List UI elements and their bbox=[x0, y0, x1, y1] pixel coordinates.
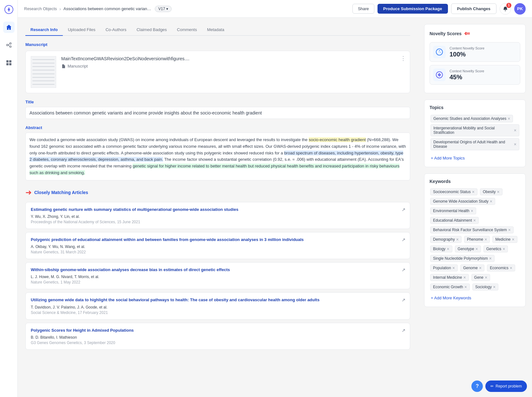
svg-point-4 bbox=[10, 46, 11, 48]
keyword-tag: Demography × bbox=[430, 236, 462, 243]
tab-uploaded-files[interactable]: Uploaded Files bbox=[63, 24, 101, 36]
remove-keyword-button[interactable]: × bbox=[472, 190, 475, 194]
topic-label: Genomic Studies and Association Analyses bbox=[433, 116, 506, 121]
manuscript-section-title: Manuscript bbox=[25, 42, 410, 47]
remove-keyword-button[interactable]: × bbox=[489, 256, 492, 261]
remove-topic-button[interactable]: × bbox=[508, 116, 510, 121]
keyword-tag: Gene × bbox=[471, 274, 490, 281]
remove-keyword-button[interactable]: × bbox=[510, 266, 512, 270]
remove-keyword-button[interactable]: × bbox=[490, 199, 492, 204]
closely-matching-title: Closely Matching Articles bbox=[34, 190, 88, 195]
add-keywords-button[interactable]: + Add More Keywords bbox=[430, 294, 520, 302]
keyword-tag: Economic Growth × bbox=[430, 283, 470, 290]
remove-keyword-button[interactable]: × bbox=[476, 247, 478, 251]
manuscript-info: MainTextIncomeGWASRevision2DeSciNodevers… bbox=[61, 56, 405, 68]
article-authors: T. Davidson, J. V. Palarino, J. A. Goode… bbox=[31, 305, 405, 309]
share-button[interactable]: Share bbox=[352, 4, 374, 14]
external-link-icon[interactable]: ↗ bbox=[402, 267, 405, 273]
svg-rect-10 bbox=[9, 63, 11, 65]
report-problem-button[interactable]: ✏ Report problem bbox=[485, 381, 527, 392]
keyword-label: Educational Attainment bbox=[433, 218, 472, 223]
remove-keyword-button[interactable]: × bbox=[508, 228, 511, 232]
thumb-line bbox=[32, 81, 55, 81]
article-title[interactable]: Polygenic prediction of educational atta… bbox=[31, 237, 405, 243]
manuscript-thumbnail bbox=[31, 56, 56, 88]
remove-keyword-button[interactable]: × bbox=[447, 247, 449, 251]
svg-point-12 bbox=[438, 51, 440, 53]
breadcrumb-root[interactable]: Research Objects bbox=[24, 6, 57, 11]
sidebar-item-home[interactable] bbox=[3, 22, 15, 33]
article-title[interactable]: Within-sibship genome-wide association a… bbox=[31, 267, 405, 273]
context-novelty-score: Context Novelty Score 45% bbox=[430, 65, 520, 85]
article-journal: Nature Genetics, 31 March 2022 bbox=[31, 250, 405, 254]
title-section: Title bbox=[25, 100, 410, 119]
keyword-label: Biology bbox=[433, 247, 445, 251]
remove-keyword-button[interactable]: × bbox=[484, 237, 487, 242]
remove-keyword-button[interactable]: × bbox=[473, 218, 476, 223]
keyword-label: Population bbox=[433, 266, 451, 270]
external-link-icon[interactable]: ↗ bbox=[402, 237, 405, 243]
remove-topic-button[interactable]: × bbox=[514, 128, 516, 133]
external-link-icon[interactable]: ↗ bbox=[402, 207, 405, 213]
avatar[interactable]: PK bbox=[514, 3, 526, 15]
list-item: Polygenic prediction of educational atta… bbox=[25, 232, 410, 259]
svg-line-5 bbox=[8, 44, 10, 45]
keywords-list: Socioeconomic Status ×Obesity ×Genome Wi… bbox=[430, 188, 520, 291]
remove-keyword-button[interactable]: × bbox=[497, 190, 500, 194]
external-link-icon[interactable]: ↗ bbox=[402, 297, 405, 303]
keyword-label: Internal Medicine bbox=[433, 275, 462, 280]
tab-comments[interactable]: Comments bbox=[172, 24, 202, 36]
tab-claimed-badges[interactable]: Claimed Badges bbox=[131, 24, 172, 36]
notification-button[interactable]: 1 bbox=[500, 3, 511, 15]
remove-keyword-button[interactable]: × bbox=[493, 285, 496, 289]
context-score-icon bbox=[433, 68, 446, 81]
thumb-line bbox=[32, 63, 55, 63]
sidebar bbox=[0, 0, 18, 397]
external-link-icon[interactable]: ↗ bbox=[402, 328, 405, 334]
remove-keyword-button[interactable]: × bbox=[464, 285, 467, 289]
tab-co-authors[interactable]: Co-Authors bbox=[101, 24, 132, 36]
help-button[interactable]: ? bbox=[471, 381, 483, 392]
remove-keyword-button[interactable]: × bbox=[502, 247, 505, 251]
notification-badge: 1 bbox=[506, 3, 511, 8]
remove-keyword-button[interactable]: × bbox=[452, 266, 455, 270]
svg-point-2 bbox=[6, 44, 8, 46]
keyword-tag: Obesity × bbox=[480, 188, 502, 195]
remove-keyword-button[interactable]: × bbox=[456, 237, 459, 242]
red-arrow-icon: ➜ bbox=[25, 188, 32, 197]
keyword-tag: Sociology × bbox=[472, 283, 498, 290]
abstract-text[interactable]: We conducted a genome-wide association s… bbox=[25, 133, 410, 180]
add-topics-button[interactable]: + Add More Topics bbox=[430, 154, 520, 162]
keywords-card: Keywords Socioeconomic Status ×Obesity ×… bbox=[424, 173, 526, 307]
publish-changes-button[interactable]: Publish Changes bbox=[451, 3, 496, 14]
remove-keyword-button[interactable]: × bbox=[471, 209, 473, 213]
keyword-label: Genotype bbox=[458, 247, 474, 251]
svg-rect-7 bbox=[6, 60, 9, 62]
remove-topic-button[interactable]: × bbox=[514, 142, 516, 146]
article-title[interactable]: Estimating genetic nurture with summary … bbox=[31, 207, 405, 212]
articles-list: Estimating genetic nurture with summary … bbox=[25, 202, 410, 350]
version-badge[interactable]: V17 ▾ bbox=[155, 6, 172, 12]
sidebar-item-grid[interactable] bbox=[3, 57, 15, 68]
top-actions: Share Produce Submission Package Publish… bbox=[352, 3, 526, 15]
article-title[interactable]: Utilizing genome wide data to highlight … bbox=[31, 297, 405, 303]
remove-keyword-button[interactable]: × bbox=[463, 275, 466, 280]
remove-keyword-button[interactable]: × bbox=[485, 275, 487, 280]
produce-submission-button[interactable]: Produce Submission Package bbox=[378, 4, 448, 14]
remove-keyword-button[interactable]: × bbox=[479, 266, 482, 270]
article-journal: Nature Genetics, 1 May 2022 bbox=[31, 280, 405, 284]
tab-research-info[interactable]: Research Info bbox=[25, 24, 63, 36]
manuscript-menu-button[interactable]: ⋮ bbox=[400, 55, 406, 62]
article-title[interactable]: Polygenic Scores for Height in Admixed P… bbox=[31, 328, 405, 333]
keyword-label: Single Nucleotide Polymorphism bbox=[433, 256, 488, 261]
keyword-tag: Population × bbox=[430, 264, 458, 271]
topic-label: Intergenerational Mobility and Social St… bbox=[433, 126, 513, 135]
topic-tag: Developmental Origins of Adult Health an… bbox=[430, 138, 519, 150]
topics-card: Topics Genomic Studies and Association A… bbox=[424, 100, 526, 167]
keyword-tag: Genotype × bbox=[455, 245, 481, 252]
breadcrumb-separator: › bbox=[59, 6, 61, 11]
sidebar-item-connections[interactable] bbox=[3, 39, 15, 51]
tab-metadata[interactable]: Metadata bbox=[202, 24, 229, 36]
remove-keyword-button[interactable]: × bbox=[512, 237, 514, 242]
title-input[interactable] bbox=[25, 107, 410, 119]
